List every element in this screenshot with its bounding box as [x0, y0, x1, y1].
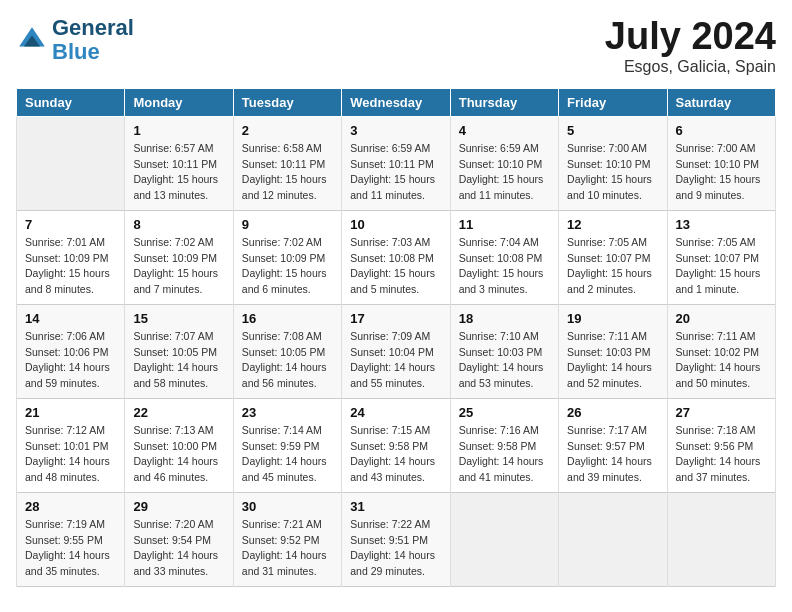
day-info: Sunrise: 7:08 AMSunset: 10:05 PMDaylight… [242, 329, 333, 392]
day-info: Sunrise: 6:58 AMSunset: 10:11 PMDaylight… [242, 141, 333, 204]
day-info: Sunrise: 7:10 AMSunset: 10:03 PMDaylight… [459, 329, 550, 392]
day-number: 23 [242, 405, 333, 420]
calendar-cell: 10Sunrise: 7:03 AMSunset: 10:08 PMDaylig… [342, 210, 450, 304]
calendar-cell: 7Sunrise: 7:01 AMSunset: 10:09 PMDayligh… [17, 210, 125, 304]
day-info: Sunrise: 7:00 AMSunset: 10:10 PMDaylight… [676, 141, 767, 204]
day-info: Sunrise: 7:22 AMSunset: 9:51 PMDaylight:… [350, 517, 441, 580]
day-number: 13 [676, 217, 767, 232]
day-number: 4 [459, 123, 550, 138]
day-number: 31 [350, 499, 441, 514]
day-number: 2 [242, 123, 333, 138]
day-info: Sunrise: 7:17 AMSunset: 9:57 PMDaylight:… [567, 423, 658, 486]
calendar-cell: 6Sunrise: 7:00 AMSunset: 10:10 PMDayligh… [667, 116, 775, 210]
day-number: 7 [25, 217, 116, 232]
calendar-cell: 15Sunrise: 7:07 AMSunset: 10:05 PMDaylig… [125, 304, 233, 398]
calendar-cell: 4Sunrise: 6:59 AMSunset: 10:10 PMDayligh… [450, 116, 558, 210]
day-info: Sunrise: 7:12 AMSunset: 10:01 PMDaylight… [25, 423, 116, 486]
day-info: Sunrise: 7:03 AMSunset: 10:08 PMDaylight… [350, 235, 441, 298]
day-number: 15 [133, 311, 224, 326]
calendar-cell: 16Sunrise: 7:08 AMSunset: 10:05 PMDaylig… [233, 304, 341, 398]
calendar-cell: 26Sunrise: 7:17 AMSunset: 9:57 PMDayligh… [559, 398, 667, 492]
day-number: 22 [133, 405, 224, 420]
day-info: Sunrise: 7:20 AMSunset: 9:54 PMDaylight:… [133, 517, 224, 580]
day-info: Sunrise: 7:09 AMSunset: 10:04 PMDaylight… [350, 329, 441, 392]
calendar-cell [450, 492, 558, 586]
day-info: Sunrise: 7:07 AMSunset: 10:05 PMDaylight… [133, 329, 224, 392]
day-number: 29 [133, 499, 224, 514]
day-info: Sunrise: 7:02 AMSunset: 10:09 PMDaylight… [133, 235, 224, 298]
logo-icon [16, 24, 48, 56]
calendar-cell: 30Sunrise: 7:21 AMSunset: 9:52 PMDayligh… [233, 492, 341, 586]
calendar-cell: 20Sunrise: 7:11 AMSunset: 10:02 PMDaylig… [667, 304, 775, 398]
day-info: Sunrise: 7:18 AMSunset: 9:56 PMDaylight:… [676, 423, 767, 486]
logo: General Blue [16, 16, 134, 64]
day-number: 16 [242, 311, 333, 326]
calendar-cell: 9Sunrise: 7:02 AMSunset: 10:09 PMDayligh… [233, 210, 341, 304]
page-header: General Blue July 2024 Esgos, Galicia, S… [16, 16, 776, 76]
day-of-week-header: Monday [125, 88, 233, 116]
calendar-cell: 17Sunrise: 7:09 AMSunset: 10:04 PMDaylig… [342, 304, 450, 398]
day-info: Sunrise: 7:02 AMSunset: 10:09 PMDaylight… [242, 235, 333, 298]
title-block: July 2024 Esgos, Galicia, Spain [605, 16, 776, 76]
calendar-cell: 5Sunrise: 7:00 AMSunset: 10:10 PMDayligh… [559, 116, 667, 210]
day-of-week-header: Sunday [17, 88, 125, 116]
day-of-week-header: Wednesday [342, 88, 450, 116]
location: Esgos, Galicia, Spain [605, 58, 776, 76]
calendar-cell: 18Sunrise: 7:10 AMSunset: 10:03 PMDaylig… [450, 304, 558, 398]
calendar-cell [17, 116, 125, 210]
day-info: Sunrise: 7:04 AMSunset: 10:08 PMDaylight… [459, 235, 550, 298]
calendar-week-row: 7Sunrise: 7:01 AMSunset: 10:09 PMDayligh… [17, 210, 776, 304]
day-number: 11 [459, 217, 550, 232]
day-info: Sunrise: 7:01 AMSunset: 10:09 PMDaylight… [25, 235, 116, 298]
day-info: Sunrise: 7:21 AMSunset: 9:52 PMDaylight:… [242, 517, 333, 580]
day-number: 6 [676, 123, 767, 138]
day-info: Sunrise: 7:16 AMSunset: 9:58 PMDaylight:… [459, 423, 550, 486]
day-info: Sunrise: 7:00 AMSunset: 10:10 PMDaylight… [567, 141, 658, 204]
day-info: Sunrise: 7:14 AMSunset: 9:59 PMDaylight:… [242, 423, 333, 486]
day-info: Sunrise: 7:11 AMSunset: 10:03 PMDaylight… [567, 329, 658, 392]
month-title: July 2024 [605, 16, 776, 58]
day-number: 24 [350, 405, 441, 420]
calendar-cell: 13Sunrise: 7:05 AMSunset: 10:07 PMDaylig… [667, 210, 775, 304]
day-number: 26 [567, 405, 658, 420]
day-info: Sunrise: 7:19 AMSunset: 9:55 PMDaylight:… [25, 517, 116, 580]
day-info: Sunrise: 6:59 AMSunset: 10:11 PMDaylight… [350, 141, 441, 204]
day-number: 9 [242, 217, 333, 232]
calendar-cell: 14Sunrise: 7:06 AMSunset: 10:06 PMDaylig… [17, 304, 125, 398]
calendar-cell: 1Sunrise: 6:57 AMSunset: 10:11 PMDayligh… [125, 116, 233, 210]
day-number: 17 [350, 311, 441, 326]
calendar-cell: 19Sunrise: 7:11 AMSunset: 10:03 PMDaylig… [559, 304, 667, 398]
calendar-cell: 29Sunrise: 7:20 AMSunset: 9:54 PMDayligh… [125, 492, 233, 586]
day-number: 19 [567, 311, 658, 326]
day-number: 20 [676, 311, 767, 326]
day-number: 25 [459, 405, 550, 420]
calendar-header-row: SundayMondayTuesdayWednesdayThursdayFrid… [17, 88, 776, 116]
calendar-week-row: 1Sunrise: 6:57 AMSunset: 10:11 PMDayligh… [17, 116, 776, 210]
day-info: Sunrise: 6:57 AMSunset: 10:11 PMDaylight… [133, 141, 224, 204]
calendar-cell [667, 492, 775, 586]
calendar-cell: 23Sunrise: 7:14 AMSunset: 9:59 PMDayligh… [233, 398, 341, 492]
day-number: 5 [567, 123, 658, 138]
calendar-cell: 28Sunrise: 7:19 AMSunset: 9:55 PMDayligh… [17, 492, 125, 586]
calendar-cell: 3Sunrise: 6:59 AMSunset: 10:11 PMDayligh… [342, 116, 450, 210]
calendar-week-row: 28Sunrise: 7:19 AMSunset: 9:55 PMDayligh… [17, 492, 776, 586]
calendar-body: 1Sunrise: 6:57 AMSunset: 10:11 PMDayligh… [17, 116, 776, 586]
day-number: 18 [459, 311, 550, 326]
day-info: Sunrise: 6:59 AMSunset: 10:10 PMDaylight… [459, 141, 550, 204]
logo-text: General Blue [52, 16, 134, 64]
calendar-cell: 8Sunrise: 7:02 AMSunset: 10:09 PMDayligh… [125, 210, 233, 304]
day-number: 12 [567, 217, 658, 232]
day-info: Sunrise: 7:13 AMSunset: 10:00 PMDaylight… [133, 423, 224, 486]
day-number: 1 [133, 123, 224, 138]
day-of-week-header: Friday [559, 88, 667, 116]
calendar-cell: 12Sunrise: 7:05 AMSunset: 10:07 PMDaylig… [559, 210, 667, 304]
day-info: Sunrise: 7:05 AMSunset: 10:07 PMDaylight… [676, 235, 767, 298]
calendar-cell: 27Sunrise: 7:18 AMSunset: 9:56 PMDayligh… [667, 398, 775, 492]
day-of-week-header: Tuesday [233, 88, 341, 116]
calendar-cell: 21Sunrise: 7:12 AMSunset: 10:01 PMDaylig… [17, 398, 125, 492]
calendar-cell: 31Sunrise: 7:22 AMSunset: 9:51 PMDayligh… [342, 492, 450, 586]
calendar-cell: 2Sunrise: 6:58 AMSunset: 10:11 PMDayligh… [233, 116, 341, 210]
calendar-cell [559, 492, 667, 586]
day-number: 21 [25, 405, 116, 420]
calendar-cell: 11Sunrise: 7:04 AMSunset: 10:08 PMDaylig… [450, 210, 558, 304]
